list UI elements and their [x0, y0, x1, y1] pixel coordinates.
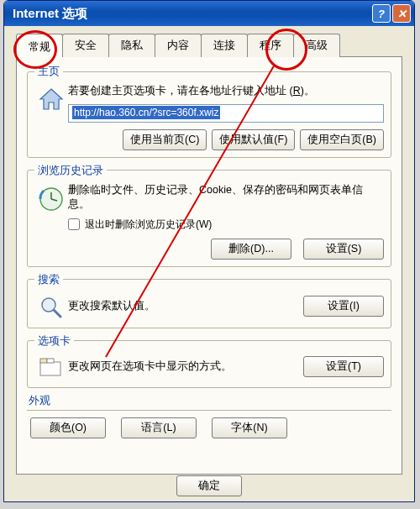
history-desc: 删除临时文件、历史记录、Cookie、保存的密码和网页表单信息。: [68, 183, 384, 213]
legend-search: 搜索: [34, 272, 63, 287]
magnifier-icon: [38, 294, 65, 321]
ok-button[interactable]: 确定: [176, 475, 242, 496]
delete-on-exit-checkbox[interactable]: 退出时删除浏览历史记录(W): [68, 218, 384, 232]
delete-history-button[interactable]: 删除(D)...: [211, 239, 291, 260]
tab-panel-general: 主页 若要创建主页选项卡，请在各地址行键入地址 (R)。: [16, 56, 402, 475]
tabs-desc: 更改网页在选项卡中显示的方式。: [68, 359, 303, 375]
search-desc: 更改搜索默认值。: [68, 299, 303, 314]
tab-security[interactable]: 安全: [62, 34, 109, 57]
group-tabs: 选项卡 更改网页在选项卡中显示的方式。: [27, 333, 391, 388]
homepage-desc: 若要创建主页选项卡，请在各地址行键入地址 (R)。: [68, 84, 384, 99]
use-current-button[interactable]: 使用当前页(C): [123, 129, 207, 150]
home-icon: [37, 86, 66, 114]
font-button[interactable]: 字体(N): [212, 417, 287, 438]
group-search: 搜索 更改搜索默认值。 设置(I): [27, 272, 391, 328]
legend-homepage: 主页: [34, 64, 63, 79]
svg-rect-8: [47, 359, 54, 363]
search-settings-button[interactable]: 设置(I): [303, 296, 384, 317]
tab-privacy[interactable]: 隐私: [108, 34, 155, 57]
tab-programs[interactable]: 程序: [247, 34, 294, 57]
language-button[interactable]: 语言(L): [121, 417, 197, 438]
use-blank-button[interactable]: 使用空白页(B): [300, 129, 384, 150]
help-button[interactable]: ?: [372, 4, 391, 23]
window-title: Internet 选项: [13, 6, 370, 22]
tabs-settings-button[interactable]: 设置(T): [303, 356, 384, 377]
legend-history: 浏览历史记录: [34, 163, 107, 178]
legend-appearance: 外观: [29, 393, 391, 408]
dialog-footer: 确定: [4, 475, 414, 496]
svg-rect-6: [40, 362, 60, 375]
legend-tabs: 选项卡: [34, 333, 74, 349]
tab-content[interactable]: 内容: [155, 34, 202, 57]
color-button[interactable]: 颜色(O): [30, 417, 106, 438]
appearance-divider: [27, 410, 391, 411]
titlebar: Internet 选项 ? ✕: [4, 1, 414, 26]
tab-general[interactable]: 常规: [16, 34, 63, 57]
history-settings-button[interactable]: 设置(S): [303, 239, 384, 260]
appearance-row: 颜色(O) 语言(L) 字体(N): [27, 416, 391, 438]
tab-connections[interactable]: 连接: [201, 34, 248, 57]
tab-strip: 常规 安全 隐私 内容 连接 程序 高级: [16, 34, 402, 57]
svg-marker-0: [40, 89, 62, 109]
tab-advanced[interactable]: 高级: [293, 34, 340, 57]
group-homepage: 主页 若要创建主页选项卡，请在各地址行键入地址 (R)。: [27, 64, 391, 158]
homepage-url-input[interactable]: http://hao.360.cn/?src=360f.xwiz: [68, 104, 384, 123]
delete-on-exit-input[interactable]: [68, 218, 80, 230]
tabs-icon: [38, 355, 65, 380]
use-default-button[interactable]: 使用默认值(F): [212, 129, 295, 150]
delete-on-exit-label: 退出时删除浏览历史记录(W): [85, 218, 212, 232]
svg-rect-7: [40, 359, 47, 363]
clock-icon: [37, 185, 66, 213]
svg-line-5: [54, 310, 60, 317]
close-button[interactable]: ✕: [392, 4, 411, 23]
group-history: 浏览历史记录 删除临时文件、历史记录、Coo: [27, 163, 391, 267]
